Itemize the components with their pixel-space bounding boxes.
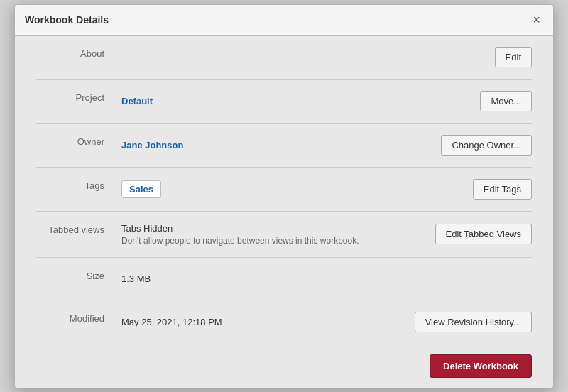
tabbed-views-content: Tabs Hidden Don't allow people to naviga… <box>121 223 435 246</box>
tabbed-views-info: Tabs Hidden Don't allow people to naviga… <box>121 223 359 246</box>
close-button[interactable]: × <box>530 12 543 28</box>
owner-row: Owner Jane Johnson Change Owner... <box>36 124 532 168</box>
owner-action: Change Owner... <box>441 135 532 156</box>
modified-label: Modified <box>36 312 121 324</box>
project-action: Move... <box>480 91 532 111</box>
owner-label: Owner <box>36 135 121 147</box>
owner-link[interactable]: Jane Johnson <box>121 140 183 151</box>
tabbed-views-row: Tabbed views Tabs Hidden Don't allow peo… <box>36 212 532 258</box>
tags-action: Edit Tags <box>473 179 532 200</box>
edit-tabbed-views-button[interactable]: Edit Tabbed Views <box>435 224 532 244</box>
project-link[interactable]: Default <box>121 96 153 107</box>
view-revision-history-button[interactable]: View Revision History... <box>415 312 532 332</box>
delete-workbook-button[interactable]: Delete Workbook <box>430 354 532 378</box>
dialog-titlebar: Workbook Details × <box>15 5 553 36</box>
tabbed-views-action: Edit Tabbed Views <box>435 224 532 244</box>
change-owner-button[interactable]: Change Owner... <box>441 135 532 156</box>
edit-button[interactable]: Edit <box>495 47 532 67</box>
tabbed-views-description: Don't allow people to navigate between v… <box>121 236 359 246</box>
dialog-body: About Edit Project Default Move... Owner… <box>15 36 553 344</box>
size-label: Size <box>36 269 121 281</box>
tags-label: Tags <box>36 179 121 191</box>
move-button[interactable]: Move... <box>480 91 532 111</box>
project-row: Project Default Move... <box>36 80 532 124</box>
size-value: 1.3 MB <box>121 273 151 284</box>
size-row: Size 1.3 MB <box>36 258 532 300</box>
modified-action: View Revision History... <box>415 312 532 332</box>
dialog-footer: Delete Workbook <box>15 344 553 388</box>
project-label: Project <box>36 91 121 103</box>
tags-content: Sales <box>121 180 473 198</box>
owner-content: Jane Johnson <box>121 140 441 151</box>
tabbed-views-status: Tabs Hidden <box>121 223 359 234</box>
about-action: Edit <box>495 47 532 67</box>
about-row: About Edit <box>36 36 532 80</box>
tabbed-views-label: Tabbed views <box>36 223 121 235</box>
tags-row: Tags Sales Edit Tags <box>36 168 532 212</box>
about-label: About <box>36 47 121 59</box>
workbook-details-dialog: Workbook Details × About Edit Project De… <box>14 4 554 388</box>
tag-pill-sales: Sales <box>121 180 161 198</box>
modified-value: May 25, 2021, 12:18 PM <box>121 317 222 327</box>
modified-row: Modified May 25, 2021, 12:18 PM View Rev… <box>36 300 532 344</box>
dialog-title: Workbook Details <box>25 14 109 26</box>
size-content: 1.3 MB <box>121 273 532 284</box>
project-content: Default <box>121 96 480 107</box>
modified-content: May 25, 2021, 12:18 PM <box>121 317 415 327</box>
edit-tags-button[interactable]: Edit Tags <box>473 179 532 200</box>
